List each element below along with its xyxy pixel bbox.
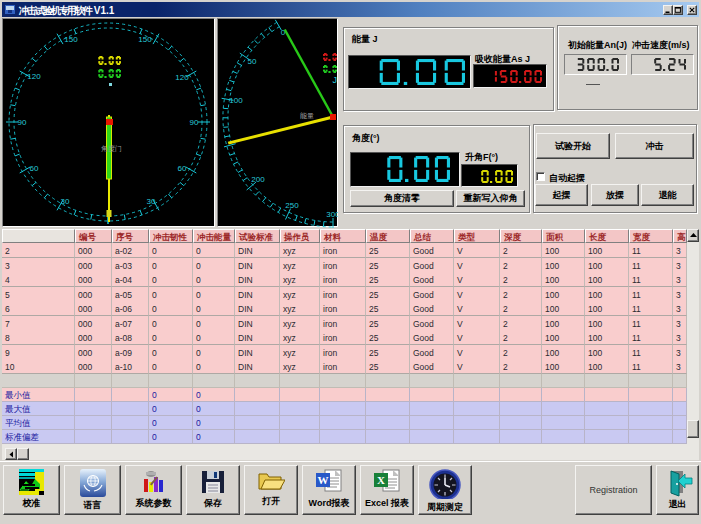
svg-text:X: X [377, 474, 385, 486]
svg-text:30: 30 [61, 197, 70, 206]
svg-text:60: 60 [178, 164, 187, 173]
svg-text:150: 150 [138, 35, 152, 44]
svg-text:60: 60 [30, 164, 39, 173]
svg-text:50: 50 [248, 57, 257, 66]
svg-text:250: 250 [285, 201, 299, 210]
svg-text:30: 30 [147, 197, 156, 206]
svg-text:150: 150 [64, 35, 78, 44]
svg-text:200: 200 [251, 175, 265, 184]
svg-text:J: J [333, 75, 338, 85]
svg-text:W: W [318, 474, 329, 486]
svg-text:90: 90 [190, 118, 199, 127]
svg-text:300: 300 [326, 210, 338, 219]
svg-text:能量: 能量 [300, 112, 314, 120]
svg-text:120: 120 [27, 72, 41, 81]
svg-text:100: 100 [229, 96, 243, 105]
svg-text:角度门: 角度门 [101, 145, 122, 153]
svg-text:120: 120 [175, 73, 189, 82]
svg-text:90: 90 [18, 118, 27, 127]
